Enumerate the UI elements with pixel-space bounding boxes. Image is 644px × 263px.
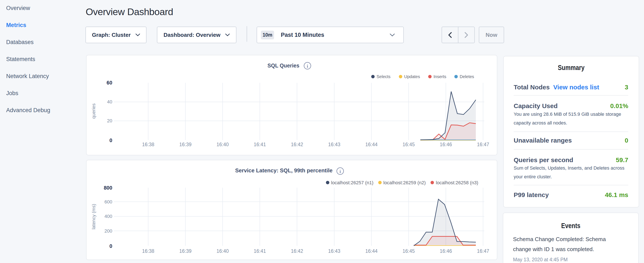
- svg-text:Selects: Selects: [376, 74, 390, 79]
- svg-text:0: 0: [110, 243, 112, 249]
- svg-text:16:41: 16:41: [254, 142, 266, 147]
- svg-text:16:39: 16:39: [179, 142, 192, 147]
- svg-text:Updates: Updates: [404, 74, 420, 79]
- svg-text:400: 400: [104, 214, 112, 219]
- svg-text:60: 60: [106, 80, 112, 86]
- svg-text:16:38: 16:38: [142, 248, 154, 254]
- svg-text:800: 800: [104, 185, 112, 191]
- svg-text:16:47: 16:47: [477, 248, 489, 254]
- svg-text:40: 40: [107, 99, 112, 105]
- svg-text:queries: queries: [91, 103, 96, 119]
- svg-text:16:46: 16:46: [440, 142, 452, 147]
- svg-text:Service Latency: SQL, 99th per: Service Latency: SQL, 99th percentile: [235, 167, 332, 174]
- svg-text:200: 200: [104, 228, 112, 234]
- svg-text:Inserts: Inserts: [434, 74, 446, 79]
- svg-text:16:42: 16:42: [291, 248, 303, 254]
- svg-text:0: 0: [110, 137, 112, 143]
- svg-text:16:43: 16:43: [328, 248, 340, 254]
- svg-text:16:39: 16:39: [179, 248, 192, 254]
- svg-text:latency (ms): latency (ms): [91, 204, 96, 229]
- svg-text:localhost:26258 (n3): localhost:26258 (n3): [436, 180, 478, 185]
- svg-text:16:44: 16:44: [365, 142, 378, 147]
- svg-text:16:40: 16:40: [216, 142, 229, 147]
- svg-text:localhost:26259 (n2): localhost:26259 (n2): [383, 180, 426, 185]
- svg-text:SQL Queries: SQL Queries: [268, 62, 299, 69]
- svg-text:16:45: 16:45: [402, 248, 415, 254]
- svg-text:16:42: 16:42: [291, 142, 303, 147]
- svg-text:16:40: 16:40: [216, 248, 229, 254]
- svg-text:16:46: 16:46: [440, 248, 452, 254]
- svg-text:20: 20: [107, 118, 112, 123]
- svg-text:16:44: 16:44: [365, 248, 378, 254]
- svg-text:600: 600: [104, 199, 112, 204]
- svg-text:16:47: 16:47: [477, 142, 489, 147]
- svg-text:16:45: 16:45: [402, 142, 415, 147]
- svg-text:16:43: 16:43: [328, 142, 340, 147]
- svg-text:16:38: 16:38: [142, 142, 154, 147]
- svg-text:localhost:26257 (n1): localhost:26257 (n1): [331, 180, 373, 185]
- svg-text:i: i: [340, 169, 341, 174]
- svg-text:16:41: 16:41: [254, 248, 266, 254]
- svg-text:Deletes: Deletes: [460, 74, 474, 79]
- svg-text:i: i: [307, 63, 308, 69]
